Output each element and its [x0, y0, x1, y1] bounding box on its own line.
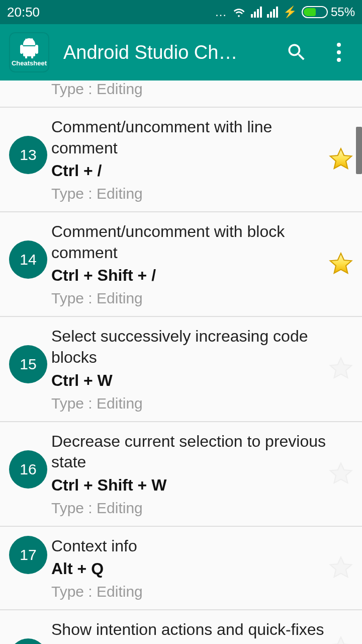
- favorite-star-icon[interactable]: [327, 461, 355, 487]
- item-type: Type : Editing: [51, 500, 327, 517]
- list-item[interactable]: 16 Decrease current selection to previou…: [0, 422, 362, 527]
- item-number-badge: 18: [9, 638, 47, 644]
- status-time: 20:50: [7, 5, 40, 20]
- favorite-star-icon[interactable]: [327, 251, 355, 277]
- item-title: Decrease current selection to previous s…: [51, 431, 327, 473]
- item-number-badge: 16: [9, 450, 47, 489]
- shortcut-list[interactable]: Type : Editing 13 Comment/uncomment with…: [0, 80, 362, 644]
- list-item[interactable]: 15 Select successively increasing code b…: [0, 317, 362, 422]
- list-item[interactable]: 17 Context info Alt + Q Type : Editing: [0, 527, 362, 611]
- signal-icon-1: [251, 7, 262, 18]
- favorite-star-icon[interactable]: [327, 555, 355, 581]
- status-bar: 20:50 … ⚡ 55%: [0, 0, 362, 24]
- item-type: Type : Editing: [51, 80, 355, 98]
- item-shortcut: Ctrl + Shift + W: [51, 476, 327, 495]
- search-icon: [286, 41, 308, 63]
- more-icon: …: [215, 5, 227, 19]
- list-item[interactable]: 13 Comment/uncomment with line comment C…: [0, 108, 362, 212]
- wifi-icon: [232, 7, 246, 18]
- battery-icon: 55%: [302, 5, 355, 19]
- page-title: Android Studio Ch…: [63, 42, 268, 63]
- item-number-badge: 13: [9, 136, 47, 174]
- favorite-star-icon[interactable]: [327, 635, 355, 644]
- favorite-star-icon[interactable]: [327, 146, 355, 173]
- item-title: Context info: [51, 536, 327, 557]
- item-number-badge: 15: [9, 345, 47, 383]
- item-type: Type : Editing: [51, 185, 327, 202]
- item-type: Type : Editing: [51, 395, 327, 412]
- item-shortcut: Ctrl + /: [51, 162, 327, 180]
- scrollbar-thumb[interactable]: [356, 127, 362, 174]
- item-shortcut: Ctrl + Shift + /: [51, 266, 327, 285]
- favorite-star-icon[interactable]: [327, 356, 355, 382]
- item-title: Select successively increasing code bloc…: [51, 326, 327, 368]
- item-shortcut: Ctrl + W: [51, 371, 327, 390]
- status-icons: … ⚡ 55%: [215, 5, 355, 19]
- charging-icon: ⚡: [283, 6, 297, 19]
- item-number-badge: 17: [9, 536, 47, 574]
- item-type: Type : Editing: [51, 290, 327, 307]
- overflow-menu-button[interactable]: [325, 43, 353, 62]
- app-icon-caption: Cheatsheet: [12, 59, 47, 67]
- app-icon[interactable]: Cheatsheet: [9, 32, 49, 72]
- more-vert-icon: [337, 43, 341, 62]
- item-title: Comment/uncomment with line comment: [51, 117, 327, 158]
- item-title: Comment/uncomment with block comment: [51, 221, 327, 263]
- list-item[interactable]: Type : Editing: [0, 80, 362, 108]
- list-item[interactable]: 14 Comment/uncomment with block comment …: [0, 212, 362, 317]
- search-button[interactable]: [283, 41, 311, 63]
- item-number-badge: 14: [9, 240, 47, 279]
- app-bar: Cheatsheet Android Studio Ch…: [0, 24, 362, 80]
- item-shortcut: Alt + Q: [51, 559, 327, 578]
- item-title: Show intention actions and quick-fixes: [51, 619, 327, 640]
- list-item[interactable]: 18 Show intention actions and quick-fixe…: [0, 610, 362, 644]
- item-type: Type : Editing: [51, 583, 327, 600]
- signal-icon-2: [267, 7, 278, 18]
